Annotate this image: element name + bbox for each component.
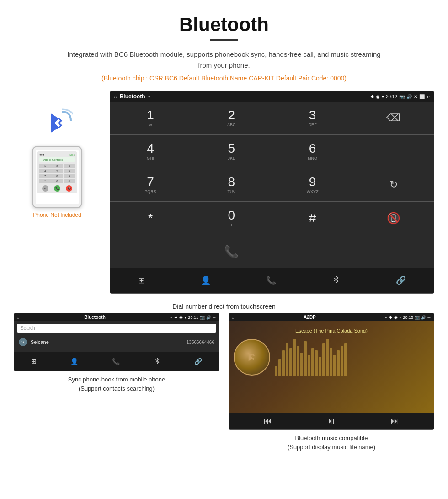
pb-cam-icon: 📷 (200, 315, 205, 320)
dial-key-0[interactable]: 0+ (191, 202, 272, 235)
music-equalizer (275, 339, 429, 376)
dial-key-2[interactable]: 2ABC (191, 102, 272, 134)
mu-statusbar-right: ✱ ◉ ▾ 20:15 📷 🔊 ↩ (389, 315, 431, 320)
bluetooth-info: (Bluetooth chip : CSR BC6 Default Blueto… (9, 75, 439, 82)
phonebook-screen: ⌂ Bluetooth ⌁ ✱ ◉ ▾ 20:11 📷 🔊 ↩ Search S (14, 313, 219, 371)
mu-usb-icon: ⌁ (385, 315, 387, 320)
bottom-phone-icon[interactable]: 📞 (260, 273, 283, 289)
phone-call-btn: 📞 (54, 185, 60, 192)
pb-statusbar-right: ✱ ◉ ▾ 20:11 📷 🔊 ↩ (174, 315, 216, 320)
mu-loc-icon: ◉ (394, 315, 398, 320)
dial-key-empty-r5c3 (272, 235, 353, 268)
dial-key-1[interactable]: 1∞ (110, 102, 191, 134)
music-song-title: Escape (The Pina Colada Song) (295, 328, 368, 333)
music-statusbar: ⌂ A2DP ⌁ ✱ ◉ ▾ 20:15 📷 🔊 ↩ (229, 313, 434, 321)
volume-icon: 🔊 (406, 94, 412, 99)
phonebook-container: ⌂ Bluetooth ⌁ ✱ ◉ ▾ 20:11 📷 🔊 ↩ Search S (14, 313, 219, 453)
mu-home-icon: ⌂ (232, 315, 234, 320)
dial-statusbar-name: Bluetooth (120, 93, 145, 100)
bottom-bluetooth-icon[interactable] (325, 273, 347, 289)
music-controls: ⏮ ⏯ ⏭ (229, 413, 434, 429)
phonebook-statusbar: ⌂ Bluetooth ⌁ ✱ ◉ ▾ 20:11 📷 🔊 ↩ (14, 313, 219, 321)
pb-bt-icon: ✱ (174, 315, 178, 320)
pb-bottom-grid-icon[interactable]: ⊞ (25, 355, 43, 368)
dial-bottom-bar: ⊞ 👤 📞 🔗 (110, 268, 434, 293)
dial-key-9[interactable]: 9WXYZ (272, 168, 353, 201)
page-header: Bluetooth Integrated with BC6 Bluetooth … (0, 0, 448, 86)
dial-key-refresh[interactable]: ↻ (353, 168, 434, 201)
mu-screen-name: A2DP (236, 315, 383, 320)
play-pause-button[interactable]: ⏯ (327, 416, 336, 426)
contact-row[interactable]: S Seicane 13566664466 (17, 335, 216, 349)
dial-key-8[interactable]: 8TUV (191, 168, 272, 201)
contact-name: Seicane (31, 339, 187, 345)
pb-bottom-phone-icon[interactable]: 📞 (106, 355, 126, 368)
pb-bottom-person-icon[interactable]: 👤 (64, 355, 85, 368)
pb-back-icon: ↩ (213, 315, 216, 320)
mu-time: 20:15 (403, 315, 413, 320)
phone-back-btn: ← (42, 185, 48, 192)
phone-bottom-bar: ← 📞 📵 (39, 185, 75, 192)
dial-key-call[interactable]: 📞 (191, 235, 272, 268)
pb-time: 20:11 (188, 315, 198, 320)
next-button[interactable]: ⏭ (391, 416, 399, 426)
phone-not-included-label: Phone Not Included (33, 212, 81, 218)
pb-bottom-bar: ⊞ 👤 📞 🔗 (14, 352, 219, 371)
window-icon: ⬜ (419, 94, 425, 99)
music-album-area (234, 339, 429, 376)
bluetooth-symbol-icon (41, 105, 73, 141)
bt-status-icon: ✱ (370, 94, 374, 99)
pb-screen-name: Bluetooth (21, 315, 168, 320)
dial-key-backspace[interactable]: ⌫ (353, 102, 434, 134)
title-underline (210, 39, 238, 41)
time-display: 20:12 (386, 94, 397, 99)
pb-vol-icon: 🔊 (206, 315, 211, 320)
mu-sig-icon: ▾ (399, 315, 401, 320)
android-dialpad: 1∞ 2ABC 3DEF ⌫ 4GHI 5JKL 6MNO (110, 102, 434, 268)
dial-key-3[interactable]: 3DEF (272, 102, 353, 134)
prev-button[interactable]: ⏮ (264, 416, 272, 426)
dial-key-empty-r2 (353, 135, 434, 168)
search-bar[interactable]: Search (17, 324, 216, 333)
phone-end-btn: 📵 (66, 185, 72, 192)
music-caption: Bluetooth music compatible(Support displ… (229, 430, 434, 453)
album-art (234, 339, 270, 376)
mu-cam-icon: 📷 (415, 315, 420, 320)
contact-number: 13566664466 (187, 340, 214, 345)
phone-mockup: ●●● M5+ + Add to Contacts 123 456 789 *0… (32, 146, 82, 208)
page-title: Bluetooth (9, 14, 439, 36)
signal-status-icon: ▾ (382, 94, 384, 99)
contact-initial: S (19, 338, 27, 346)
back-icon: ↩ (427, 94, 430, 99)
dial-key-4[interactable]: 4GHI (110, 135, 191, 168)
bottom-screens: ⌂ Bluetooth ⌁ ✱ ◉ ▾ 20:11 📷 🔊 ↩ Search S (0, 313, 448, 462)
page-description: Integrated with BC6 Bluetooth module, su… (64, 49, 384, 71)
phonebook-caption: Sync phone-book from mobile phone(Suppor… (14, 371, 219, 395)
dial-statusbar: ⌂ Bluetooth ⌁ ✱ ◉ ▾ 20:12 📷 🔊 ✕ ⬜ ↩ (110, 91, 434, 102)
dial-screen: ⌂ Bluetooth ⌁ ✱ ◉ ▾ 20:12 📷 🔊 ✕ ⬜ ↩ 1∞ (110, 91, 434, 294)
pb-loc-icon: ◉ (179, 315, 183, 320)
dial-key-end-call[interactable]: 📵 (353, 202, 434, 235)
mu-back-icon: ↩ (427, 315, 431, 320)
pb-bottom-link-icon[interactable]: 🔗 (188, 355, 208, 368)
usb-icon: ⌁ (148, 94, 151, 100)
mu-bt-icon: ✱ (389, 315, 393, 320)
location-status-icon: ◉ (376, 94, 380, 99)
music-screen: ⌂ A2DP ⌁ ✱ ◉ ▾ 20:15 📷 🔊 ↩ Escape (The P… (229, 313, 434, 430)
bottom-person-icon[interactable]: 👤 (194, 273, 217, 289)
music-container: ⌂ A2DP ⌁ ✱ ◉ ▾ 20:15 📷 🔊 ↩ Escape (The P… (229, 313, 434, 453)
dial-key-5[interactable]: 5JKL (191, 135, 272, 168)
mu-vol-icon: 🔊 (421, 315, 426, 320)
phone-dial: 123 456 789 *0# (39, 164, 75, 183)
bottom-grid-icon[interactable]: ⊞ (132, 273, 151, 289)
dial-key-empty-r5c4 (353, 235, 434, 268)
dial-key-hash[interactable]: # (272, 202, 353, 235)
pb-bottom-bt-icon[interactable] (148, 355, 167, 368)
dial-key-6[interactable]: 6MNO (272, 135, 353, 168)
dial-key-star[interactable]: * (110, 202, 191, 235)
music-body: Escape (The Pina Colada Song) (229, 321, 434, 413)
bottom-link-icon[interactable]: 🔗 (389, 273, 412, 289)
pb-sig-icon: ▾ (184, 315, 187, 320)
dial-key-7[interactable]: 7PQRS (110, 168, 191, 201)
main-content: ●●● M5+ + Add to Contacts 123 456 789 *0… (0, 86, 448, 298)
